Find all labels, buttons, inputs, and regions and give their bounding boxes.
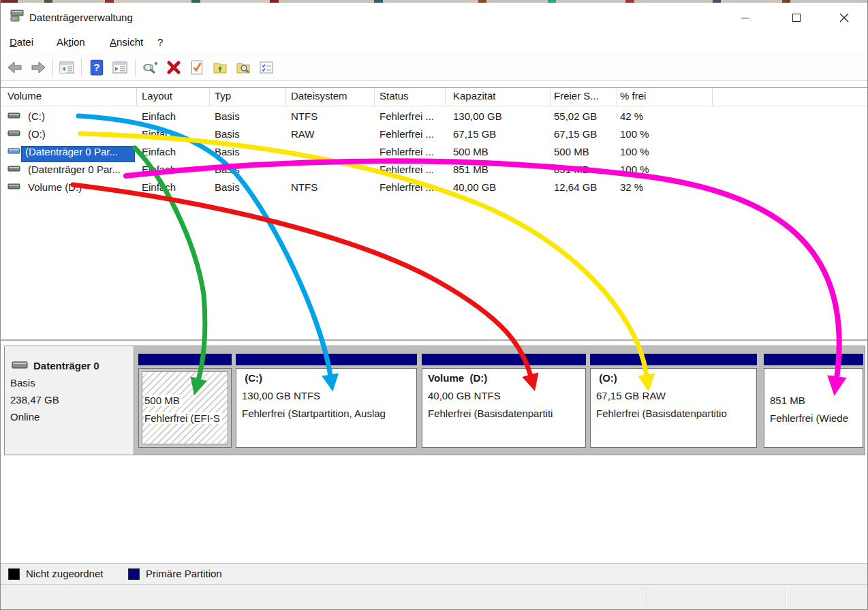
disk-icon [12,359,29,371]
status-bar [1,584,867,610]
partition-size: 130,00 GB NTFS [242,390,320,401]
column-header-kapazitaet[interactable]: Kapazität [453,90,496,105]
forward-button[interactable] [28,57,48,78]
partition-d[interactable]: Volume (D:) 40,00 GB NTFS Fehlerfrei (Ba… [422,368,586,448]
checklist-icon [258,59,275,76]
volume-row-recovery[interactable]: (Datenträger 0 Par... Einfach Basis Fehl… [1,162,868,179]
menubar: Datei Aktion Ansicht ? [1,31,867,53]
partition-c[interactable]: (C:) 130,00 GB NTFS Fehlerfrei (Startpar… [236,368,417,448]
partition-status: Fehlerfrei (Startpartition, Auslag [242,408,386,419]
column-header-dateisystem[interactable]: Dateisystem [291,90,347,105]
partition-label: (O:) [596,372,617,384]
drive-icon [7,146,21,156]
status-bar-divider [786,588,786,608]
disk-type: Basis [10,377,35,388]
column-header-layout[interactable]: Layout [142,90,172,105]
disk-size: 238,47 GB [10,394,59,406]
column-divider[interactable] [712,88,713,106]
maximize-button[interactable] [781,7,811,29]
red-x-icon [165,59,183,76]
legend-swatch-primary-partition [128,568,140,580]
window-title: Datenträgerverwaltung [29,12,133,23]
partition-recovery[interactable]: 851 MB Fehlerfrei (Wiede [764,368,863,448]
partition-label: Volume (D:) [428,372,487,384]
legend-bar: Nicht zugeordnet Primäre Partition [1,563,867,584]
partition-size: 67,15 GB RAW [596,390,666,401]
status-bar-divider [646,588,647,608]
disk-status: Online [10,411,40,423]
delete-volume-button[interactable] [164,57,184,78]
column-divider[interactable] [617,88,617,106]
volume-row-o[interactable]: (O:) Einfach Basis RAW Fehlerfrei ... 67… [1,126,868,143]
back-button[interactable] [5,57,25,78]
console-tree-icon [58,59,76,76]
explore-button[interactable] [233,57,253,78]
folder-up-arrow-icon [211,59,229,76]
partition-size: 851 MB [770,395,805,406]
check-volume-button[interactable] [187,57,207,78]
document-check-icon [188,59,206,76]
properties-button[interactable] [256,57,277,78]
magnifier-drive-icon [142,59,159,76]
partition-header-bar [138,354,232,365]
selection-hatch [142,371,228,444]
column-divider[interactable] [445,88,446,106]
partition-status: Fehlerfrei (Basisdatenpartiti [428,408,553,419]
minimize-button[interactable] [730,7,760,29]
column-header-typ[interactable]: Typ [215,90,231,105]
column-divider[interactable] [550,88,551,106]
menu-aktion[interactable]: Aktion [57,36,85,48]
drive-icon [7,128,21,138]
help-button[interactable]: ? [87,57,107,78]
legend-swatch-unallocated [8,568,20,580]
disk-0-strip: Datenträger 0 Basis 238,47 GB Online 500… [4,346,865,455]
folder-magnifier-icon [234,59,252,76]
drive-icon [7,181,21,192]
legend-label-primary-partition: Primäre Partition [146,568,222,579]
partition-header-bar [236,354,417,365]
show-action-pane-button[interactable] [110,57,130,78]
app-icon [9,8,25,23]
import-button[interactable] [210,57,230,78]
partition-header-bar [422,354,586,365]
attach-vhd-button[interactable] [140,57,161,78]
column-header-status[interactable]: Status [379,90,409,105]
drive-icon [7,110,21,121]
toolbar-separator [135,59,136,76]
maximize-icon [792,14,801,22]
volume-row-d[interactable]: Volume (D:) Einfach Basis NTFS Fehlerfre… [1,179,868,196]
disk-management-window: Datenträgerverwaltung Datei Aktion Ansic… [0,0,868,610]
graphical-view-pane: Datenträger 0 Basis 238,47 GB Online 500… [1,341,867,563]
toolbar-separator [81,59,82,76]
action-pane-icon [111,59,129,76]
volume-row-efi-selected[interactable]: (Datenträger 0 Par... Einfach Basis Fehl… [1,144,868,161]
column-divider[interactable] [209,88,210,106]
partition-status: Fehlerfrei (EFI-S [144,412,222,424]
column-divider[interactable] [285,88,286,106]
close-button[interactable] [828,7,859,29]
forward-icon [29,59,47,76]
column-header-prozent-frei[interactable]: % frei [620,90,646,105]
partition-size: 40,00 GB NTFS [428,390,501,401]
partition-efi-selected[interactable]: 500 MB Fehlerfrei (EFI-S [138,368,232,448]
volume-row-c[interactable]: (C:) Einfach Basis NTFS Fehlerfrei ... 1… [1,108,868,125]
list-top-border [1,87,868,88]
toolbar: ? [1,53,867,81]
menu-help[interactable]: ? [157,36,163,48]
column-divider[interactable] [136,88,137,106]
minimize-icon [741,18,749,18]
back-icon [6,59,24,76]
show-console-tree-button[interactable] [57,57,77,78]
menu-datei[interactable]: Datei [10,36,33,48]
help-icon: ? [88,59,106,76]
column-header-freier-speicher[interactable]: Freier S... [554,90,599,105]
partition-header-bar [764,354,863,365]
svg-text:?: ? [93,61,99,73]
partition-o[interactable]: (O:) 67,15 GB RAW Fehlerfrei (Basisdaten… [590,368,757,448]
menu-ansicht[interactable]: Ansicht [110,36,143,48]
column-divider[interactable] [374,88,375,106]
column-header-volume[interactable]: Volume [7,90,42,105]
partition-header-bar [590,354,757,365]
toolbar-separator [52,59,53,76]
disk-info-panel[interactable]: Datenträger 0 Basis 238,47 GB Online [5,346,134,455]
